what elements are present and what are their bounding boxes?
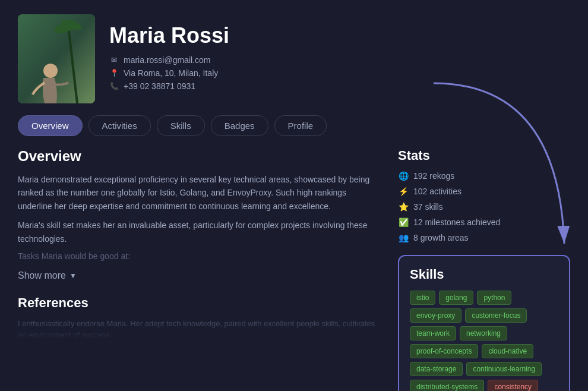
phone-detail: 📞 +39 02 38871 0931 bbox=[109, 81, 570, 91]
overview-title: Overview bbox=[18, 148, 380, 165]
overview-paragraph-2: Maria's skill set makes her an invaluabl… bbox=[18, 219, 380, 245]
tab-skills[interactable]: Skills bbox=[157, 115, 205, 136]
skills-icon: ⭐ bbox=[398, 201, 409, 212]
reference-text: I enthusiastically endorse Maria. Her ad… bbox=[18, 318, 380, 341]
email-icon: ✉ bbox=[109, 55, 119, 65]
tab-profile[interactable]: Profile bbox=[274, 115, 327, 136]
milestones-icon: ✅ bbox=[398, 217, 409, 228]
phone-icon: 📞 bbox=[109, 81, 119, 91]
skill-golang[interactable]: golang bbox=[439, 291, 473, 305]
skill-cloud-native[interactable]: cloud-native bbox=[482, 344, 533, 358]
show-more-button[interactable]: Show more ▼ bbox=[18, 270, 77, 281]
chevron-down-icon: ▼ bbox=[69, 272, 77, 280]
skills-tags-container: istio golang python envoy-proxy customer… bbox=[410, 291, 558, 391]
skill-consistency[interactable]: consistency bbox=[488, 380, 538, 391]
right-column: Stats 🌐 192 rekogs ⚡ 102 activities ⭐ 37… bbox=[398, 148, 570, 391]
activities-icon: ⚡ bbox=[398, 186, 409, 197]
stat-rekogs: 🌐 192 rekogs bbox=[398, 171, 570, 181]
address-detail: 📍 Via Roma, 10, Milan, Italy bbox=[109, 68, 570, 78]
skill-data-storage[interactable]: data-storage bbox=[410, 362, 463, 376]
skill-proof-of-concepts[interactable]: proof-of-concepts bbox=[410, 344, 478, 358]
profile-info: Maria Rossi ✉ maria.rossi@gmail.com 📍 Vi… bbox=[109, 23, 570, 94]
tasks-label: Tasks Maria would be good at: bbox=[18, 251, 380, 261]
skill-envoy-proxy[interactable]: envoy-proxy bbox=[410, 308, 461, 323]
email-detail: ✉ maria.rossi@gmail.com bbox=[109, 55, 570, 65]
avatar bbox=[18, 14, 95, 103]
skills-box-title: Skills bbox=[410, 267, 558, 282]
stats-title: Stats bbox=[398, 148, 570, 163]
skill-team-work[interactable]: team-work bbox=[410, 326, 456, 340]
growth-icon: 👥 bbox=[398, 232, 409, 243]
skill-python[interactable]: python bbox=[477, 291, 511, 305]
references-title: References bbox=[18, 295, 380, 311]
tab-overview[interactable]: Overview bbox=[18, 115, 83, 136]
overview-paragraph-1: Maria demonstrated exceptional proficien… bbox=[18, 173, 380, 213]
tab-activities[interactable]: Activities bbox=[88, 115, 151, 136]
skill-istio[interactable]: istio bbox=[410, 291, 435, 305]
left-column: Overview Maria demonstrated exceptional … bbox=[18, 148, 398, 391]
profile-name: Maria Rossi bbox=[109, 23, 570, 48]
stats-section: Stats 🌐 192 rekogs ⚡ 102 activities ⭐ 37… bbox=[398, 148, 570, 243]
nav-tabs: Overview Activities Skills Badges Profil… bbox=[0, 115, 588, 148]
location-icon: 📍 bbox=[109, 68, 119, 78]
stat-growth: 👥 8 growth areas bbox=[398, 232, 570, 243]
main-content: Overview Maria demonstrated exceptional … bbox=[0, 148, 588, 391]
tab-badges[interactable]: Badges bbox=[211, 115, 268, 136]
skill-continuous-learning[interactable]: continuous-learning bbox=[466, 362, 542, 376]
skill-distributed-systems[interactable]: distributed-systems bbox=[410, 380, 484, 391]
stat-milestones: ✅ 12 milestones achieved bbox=[398, 217, 570, 228]
profile-header: Maria Rossi ✉ maria.rossi@gmail.com 📍 Vi… bbox=[0, 0, 588, 115]
skill-networking[interactable]: networking bbox=[460, 326, 507, 340]
svg-point-5 bbox=[43, 64, 58, 78]
skill-customer-focus[interactable]: customer-focus bbox=[465, 308, 527, 323]
stat-skills: ⭐ 37 skills bbox=[398, 201, 570, 212]
stat-activities: ⚡ 102 activities bbox=[398, 186, 570, 197]
skills-box: Skills istio golang python envoy-proxy c… bbox=[398, 255, 570, 391]
rekogs-icon: 🌐 bbox=[398, 171, 409, 181]
